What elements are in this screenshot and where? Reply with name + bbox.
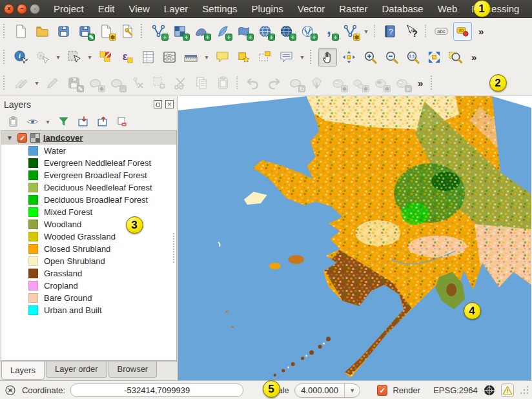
labeling-button[interactable] bbox=[432, 22, 451, 41]
add-wfs-layer-button[interactable]: + bbox=[298, 22, 317, 41]
new-shapefile-layer-button[interactable]: ✱ bbox=[341, 22, 360, 41]
show-statistics-button[interactable] bbox=[160, 48, 179, 66]
window-resize-grip[interactable] bbox=[520, 386, 528, 394]
toolbar-grip[interactable] bbox=[3, 50, 8, 64]
new-bookmark-button[interactable] bbox=[234, 48, 253, 66]
messages-warning-icon[interactable] bbox=[501, 384, 514, 397]
coordinate-capture-icon[interactable] bbox=[4, 384, 17, 397]
filter-legend-button[interactable] bbox=[56, 114, 71, 129]
legend-item[interactable]: Closed Shrubland bbox=[1, 243, 176, 255]
rotate-feature-button[interactable]: ↻ bbox=[286, 74, 305, 92]
add-raster-layer-button[interactable]: + bbox=[170, 22, 189, 41]
dropdown-caret[interactable]: ▾ bbox=[86, 54, 94, 61]
current-edits-button[interactable] bbox=[12, 74, 30, 92]
show-bookmarks-button[interactable] bbox=[256, 48, 274, 66]
toolbar-overflow-button[interactable]: » bbox=[467, 48, 480, 66]
fill-ring-button[interactable]: ✱ bbox=[371, 74, 390, 92]
legend-item[interactable]: Mixed Forest bbox=[1, 206, 176, 218]
dropdown-caret[interactable]: ▾ bbox=[44, 118, 52, 125]
tab-layers[interactable]: Layers bbox=[1, 362, 45, 380]
toggle-editing-button[interactable] bbox=[43, 74, 62, 92]
panel-splitter-handle[interactable] bbox=[173, 233, 176, 263]
open-project-button[interactable] bbox=[33, 22, 52, 41]
menu-help[interactable]: Help bbox=[526, 0, 532, 17]
node-tool-button[interactable] bbox=[128, 74, 147, 92]
layer-item-landcover[interactable]: ▼ ✓ landcover bbox=[1, 131, 176, 145]
remove-layer-button[interactable] bbox=[114, 114, 129, 129]
menu-edit[interactable]: Edit bbox=[91, 0, 122, 17]
dropdown-caret[interactable]: ▾ bbox=[298, 54, 306, 61]
dropdown-caret[interactable]: ▾ bbox=[203, 54, 210, 61]
window-minimize-button[interactable]: − bbox=[17, 4, 27, 14]
menu-web[interactable]: Web bbox=[431, 0, 465, 17]
zoom-in-button[interactable] bbox=[361, 48, 380, 66]
zoom-to-selection-button[interactable] bbox=[446, 48, 465, 66]
zoom-full-button[interactable] bbox=[425, 48, 444, 66]
legend-item[interactable]: Cropland bbox=[1, 280, 176, 292]
window-close-button[interactable]: × bbox=[4, 4, 14, 14]
legend-item[interactable]: Deciduous Broadleaf Forest bbox=[1, 194, 176, 206]
dropdown-caret[interactable]: ▾ bbox=[33, 79, 41, 87]
save-layer-edits-button[interactable]: ✎ bbox=[65, 74, 83, 92]
dropdown-caret[interactable]: ▾ bbox=[362, 28, 370, 35]
menu-database[interactable]: Database bbox=[374, 0, 430, 17]
measure-line-button[interactable] bbox=[181, 48, 200, 66]
legend-item[interactable]: Grassland bbox=[1, 267, 176, 280]
legend-item[interactable]: Woodland bbox=[1, 218, 176, 230]
legend-item[interactable]: Bare Ground bbox=[1, 292, 176, 304]
scale-combobox[interactable]: 4.000.000 ▼ bbox=[294, 384, 360, 398]
toolbar-grip[interactable] bbox=[431, 76, 435, 90]
save-project-as-button[interactable]: ✎ bbox=[76, 22, 94, 41]
legend-item[interactable]: Evergreen Neddleleaf Forest bbox=[1, 157, 176, 169]
redo-button[interactable] bbox=[265, 74, 283, 92]
menu-vector[interactable]: Vector bbox=[291, 0, 332, 17]
new-project-button[interactable] bbox=[12, 22, 30, 41]
add-wms-layer-button[interactable]: + bbox=[256, 22, 274, 41]
add-postgis-layer-button[interactable]: + bbox=[192, 22, 210, 41]
help-contents-button[interactable] bbox=[381, 22, 400, 41]
paste-features-button[interactable] bbox=[214, 74, 232, 92]
whats-this-button[interactable] bbox=[402, 22, 421, 41]
menu-settings[interactable]: Settings bbox=[195, 0, 244, 17]
deselect-features-button[interactable] bbox=[96, 48, 115, 66]
panel-float-button[interactable] bbox=[154, 100, 162, 108]
toolbar-grip[interactable] bbox=[3, 24, 8, 38]
simplify-feature-button[interactable] bbox=[307, 74, 326, 92]
menu-view[interactable]: View bbox=[122, 0, 157, 17]
toolbar-overflow-button[interactable]: » bbox=[475, 22, 487, 41]
toolbar-grip[interactable] bbox=[310, 50, 314, 64]
move-label-button[interactable] bbox=[453, 22, 472, 41]
add-spatialite-layer-button[interactable]: + bbox=[213, 22, 232, 41]
legend-item[interactable]: Deciduous Needleleaf Forest bbox=[1, 181, 176, 194]
delete-selected-button[interactable] bbox=[150, 74, 169, 92]
manage-layer-visibility-button[interactable] bbox=[25, 114, 40, 129]
collapse-all-button[interactable] bbox=[94, 114, 110, 129]
run-feature-action-button[interactable] bbox=[33, 48, 52, 66]
legend-item[interactable]: Evergreen Broadleaf Forest bbox=[1, 169, 176, 181]
undo-button[interactable] bbox=[243, 74, 262, 92]
open-attribute-table-button[interactable] bbox=[139, 48, 158, 66]
menu-plugins[interactable]: Plugins bbox=[245, 0, 291, 17]
composer-manager-button[interactable] bbox=[118, 22, 137, 41]
tab-layer-order[interactable]: Layer order bbox=[46, 362, 107, 378]
pan-to-selection-button[interactable] bbox=[340, 48, 358, 66]
add-vector-layer-button[interactable]: + bbox=[149, 22, 168, 41]
toolbar-overflow-button[interactable]: » bbox=[414, 74, 427, 92]
toolbar-grip[interactable] bbox=[3, 76, 8, 90]
select-features-button[interactable] bbox=[65, 48, 83, 66]
render-checkbox[interactable]: ✓ bbox=[377, 385, 387, 396]
select-by-expression-button[interactable] bbox=[118, 48, 136, 66]
add-part-button[interactable]: ✱ bbox=[350, 74, 369, 92]
menu-raster[interactable]: Raster bbox=[332, 0, 374, 17]
pan-map-button[interactable] bbox=[318, 48, 337, 66]
legend-item[interactable]: Wooded Grassland bbox=[1, 230, 176, 243]
window-maximize-button[interactable]: ▫ bbox=[30, 4, 40, 14]
zoom-out-button[interactable] bbox=[382, 48, 401, 66]
add-mssql-layer-button[interactable]: + bbox=[234, 22, 253, 41]
cut-features-button[interactable] bbox=[171, 74, 190, 92]
new-print-composer-button[interactable]: ✱ bbox=[97, 22, 116, 41]
text-annotation-button[interactable] bbox=[277, 48, 296, 66]
tab-browser[interactable]: Browser bbox=[108, 362, 158, 378]
save-project-button[interactable] bbox=[54, 22, 73, 41]
add-feature-button[interactable]: ✱ bbox=[86, 74, 105, 92]
